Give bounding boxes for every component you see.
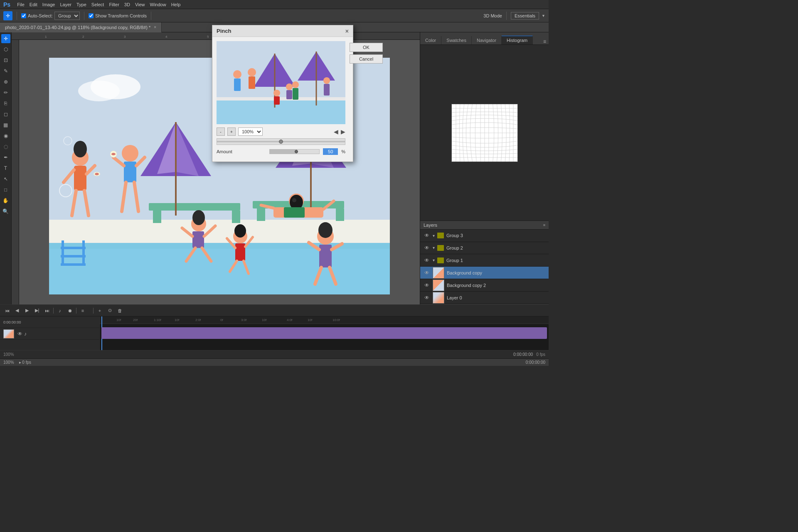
auto-select-checkbox[interactable] [21,13,26,18]
pinch-track-thumb[interactable] [279,140,283,144]
eyedropper-tool[interactable]: ✎ [1,66,10,76]
svg-rect-63 [319,245,332,267]
document-tab[interactable]: photo_2020-07-01_13-40-24.jpg @ 118% (Ba… [0,22,162,32]
svg-rect-91 [324,84,330,96]
dodge-tool[interactable]: ◌ [1,142,10,151]
hand-tool[interactable]: ✋ [1,196,10,205]
layer-group1[interactable]: 👁 ▾ Group 1 [420,254,549,267]
menu-view[interactable]: View [135,2,145,7]
layer-eye-bg-copy2[interactable]: 👁 [424,282,430,289]
eraser-tool[interactable]: ◻ [1,110,10,119]
gradient-tool[interactable]: ▦ [1,120,10,130]
tl-delete[interactable]: 🗑 [116,307,123,314]
tl-mark-2s10f: 0f [220,318,223,322]
menu-select[interactable]: Select [91,2,104,7]
pen-tool[interactable]: ✒ [1,153,10,162]
ruler-tick-1: 1 [45,35,47,39]
move-tool[interactable]: ✛ [1,34,10,43]
pinch-amount-slider[interactable] [269,149,320,154]
pinch-amount-thumb[interactable] [295,150,298,153]
divider-2 [84,12,84,20]
timeline-clip[interactable] [101,327,547,339]
layer-bg-copy[interactable]: 👁 Background copy [420,267,549,279]
layer-eye-layer0[interactable]: 👁 [424,294,430,301]
layer-eye-group3[interactable]: 👁 [424,232,430,239]
pinch-amount-value[interactable]: 50 [323,148,338,155]
pinch-close-button[interactable]: × [345,28,349,34]
menu-image[interactable]: Image [42,2,55,7]
tl-convert[interactable]: ⊙ [106,307,113,314]
svg-point-40 [95,173,99,175]
pinch-track-slider[interactable] [217,138,345,145]
layer-bg-copy2[interactable]: 👁 Background copy 2 [420,279,549,292]
tab-swatches[interactable]: Swatches [441,36,472,44]
tab-histogram[interactable]: Histogram [502,36,533,44]
menu-type[interactable]: Type [76,2,86,7]
layer-eye-bg-copy[interactable]: 👁 [424,270,430,276]
menu-filter[interactable]: Filter [109,2,119,7]
pinch-ok-button[interactable]: OK [350,43,383,52]
tl-audio[interactable]: ♪ [56,307,64,314]
pinch-cancel-button[interactable]: Cancel [350,54,383,64]
layer-name-group2: Group 2 [446,245,545,250]
tl-play[interactable]: ▶ [23,307,31,314]
show-transform-checkbox[interactable] [89,13,94,18]
tl-last-frame[interactable]: ⏭ [43,307,51,314]
tl-prev-frame[interactable]: ◀ [13,307,21,314]
tl-next-frame[interactable]: ▶| [33,307,41,314]
tab-color[interactable]: Color [420,36,441,44]
path-tool[interactable]: ↖ [1,174,10,184]
tab-close-button[interactable]: × [154,25,156,29]
pinch-zoom-select[interactable]: 100% [238,127,263,136]
tab-filename: photo_2020-07-01_13-40-24.jpg @ 118% (Ba… [5,25,150,30]
essentials-button[interactable]: Essentials [511,12,539,20]
pinch-nav-right[interactable]: ▶ [341,128,345,135]
auto-select-dropdown[interactable]: Group [54,12,80,20]
menu-3d[interactable]: 3D [124,2,130,7]
layer-folder-group3 [437,233,444,238]
layer-name-group3: Group 3 [446,233,545,238]
show-transform-group: Show Transform Controls [89,13,147,18]
layer-0[interactable]: 👁 Layer 0 [420,292,549,304]
menu-edit[interactable]: Edit [30,2,37,7]
layer-group3[interactable]: 👁 ▾ Group 3 [420,230,549,242]
type-tool[interactable]: T [1,164,10,173]
zoom-tool[interactable]: 🔍 [1,207,10,216]
crop-tool[interactable]: ⊡ [1,56,10,65]
tl-record[interactable]: ⏺ [66,307,74,314]
layer-group2[interactable]: 👁 ▾ Group 2 [420,242,549,255]
tab-navigator[interactable]: Navigator [472,36,502,44]
blur-tool[interactable]: ◉ [1,131,10,140]
layer-expand-group1[interactable]: ▾ [433,258,435,262]
layer-expand-group3[interactable]: ▾ [433,233,435,238]
layer-eye-group1[interactable]: 👁 [424,257,430,264]
layer-expand-group2[interactable]: ▾ [433,245,435,250]
svg-point-94 [286,83,293,90]
menu-bar: Ps File Edit Image Layer Type Select Fil… [0,0,549,9]
lasso-tool[interactable]: ⬡ [1,45,10,54]
move-tool-icon[interactable]: ✛ [3,11,12,20]
panel-menu-icon[interactable]: ≡ [543,39,549,44]
menu-help[interactable]: Help [171,2,181,7]
timeline-content: 0:00:00:00 👁 ♪ 10f 20f 1:10f 10f 2:0f 0f [0,316,549,350]
tl-audio-icon[interactable]: ♪ [24,331,27,337]
pinch-amount-fill [270,150,297,154]
layer-eye-group2[interactable]: 👁 [424,245,430,251]
healing-tool[interactable]: ⊕ [1,77,10,86]
menu-layer[interactable]: Layer [60,2,71,7]
pinch-dialog: Pinch × [212,25,353,162]
pinch-zoom-plus[interactable]: + [227,127,236,136]
menu-window[interactable]: Window [150,2,166,7]
shape-tool[interactable]: □ [1,185,10,194]
menu-file[interactable]: File [17,2,25,7]
brush-tool[interactable]: ✏ [1,88,10,97]
tl-add-note[interactable]: + [96,307,103,314]
layers-panel-menu[interactable]: ≡ [543,223,545,227]
tl-first-frame[interactable]: ⏮ [3,307,11,314]
tl-settings[interactable]: ≡ [79,307,86,314]
pinch-zoom-minus[interactable]: - [217,127,225,136]
tl-eye-icon[interactable]: 👁 [17,331,22,337]
workspace-chevron[interactable]: ▼ [542,14,545,18]
pinch-nav-left[interactable]: ◀ [334,128,338,135]
clone-tool[interactable]: ⎘ [1,99,10,108]
